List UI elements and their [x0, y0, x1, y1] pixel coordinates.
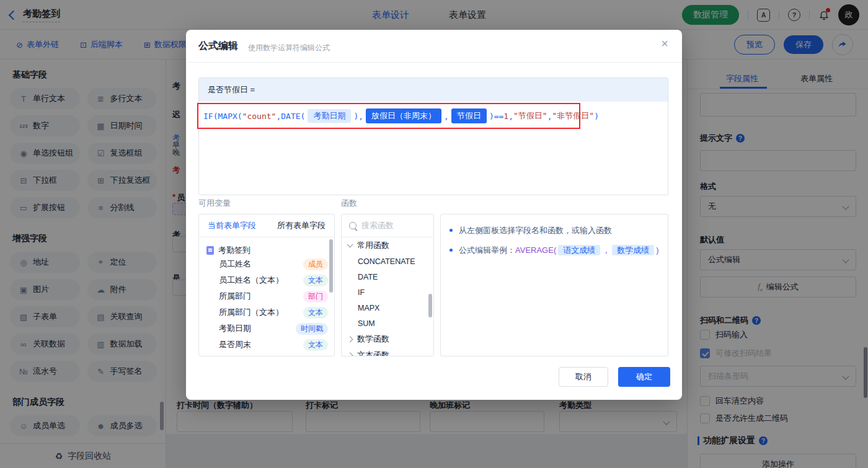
formula-expression[interactable]: IF(MAPX("count",DATE(考勤日期),放假日（非周末）,节假日)…: [197, 103, 580, 129]
tip-example-close: ): [656, 245, 658, 255]
variable-row[interactable]: 所属部门部门: [199, 288, 334, 304]
formula-function-token: ,: [444, 112, 449, 121]
variable-row[interactable]: 考勤日期时间戳: [199, 320, 334, 337]
function-item[interactable]: CONCATENATE: [342, 254, 433, 269]
function-item[interactable]: SUM: [342, 316, 433, 331]
formula-function-token: ,: [547, 112, 552, 121]
function-group-label: 常用函数: [357, 240, 389, 251]
function-group[interactable]: 常用函数: [342, 237, 433, 254]
search-icon: [349, 222, 356, 229]
field-chip-selected[interactable]: 放假日（非周末）: [366, 108, 441, 123]
formula-function-token: IF(MAPX(: [203, 112, 242, 121]
formula-function-token: ,: [508, 112, 513, 121]
variable-name: 员工姓名: [219, 258, 251, 270]
confirm-button[interactable]: 确定: [618, 367, 670, 387]
formula-editor-area[interactable]: 是否节假日 =: [198, 77, 668, 195]
variable-name: 考勤日期: [219, 323, 251, 334]
variable-type-badge: 文本: [303, 307, 328, 319]
tip-line-2: 公式编辑举例：AVERAGE(语文成绩，数学成绩): [450, 244, 659, 257]
tab-all-form-fields[interactable]: 所有表单字段: [277, 220, 326, 231]
bullet-icon: [450, 229, 453, 232]
formula-function-token: ): [594, 112, 599, 121]
field-chip[interactable]: 考勤日期: [308, 109, 351, 123]
search-placeholder: 搜索函数: [361, 220, 394, 231]
variable-name: 所属部门: [219, 291, 251, 302]
function-item[interactable]: IF: [342, 285, 433, 300]
function-item[interactable]: MAPX: [342, 300, 433, 316]
function-group-label: 数学函数: [357, 333, 389, 345]
tip-example-separator: ，: [602, 245, 610, 255]
formula-result-label: 是否节假日 =: [199, 78, 668, 102]
variable-row[interactable]: 员工姓名（文本）文本: [199, 272, 334, 288]
variable-type-badge: 部门: [303, 291, 328, 302]
app-window: 考勤签到 表单设计 表单设置 数据管理 A ? 政 ⊘表单外链⊡后端脚本⊞数据权…: [0, 0, 868, 468]
formula-string-token: "count": [242, 112, 277, 121]
variable-name: 所属部门（文本）: [219, 307, 283, 318]
variable-row[interactable]: 员工姓名成员: [199, 256, 334, 272]
function-group-label: 文本函数: [357, 350, 389, 356]
formula-function-token: ,DATE(: [276, 112, 305, 121]
tip-example-field-chip: 语文成绩: [558, 245, 600, 255]
formula-editor-modal: 公式编辑 使用数学运算符编辑公式 × 是否节假日 = IF(MAPX("coun…: [186, 30, 682, 400]
formula-tips-box: 从左侧面板选择字段名和函数，或输入函数 公式编辑举例：AVERAGE(语文成绩，…: [440, 214, 668, 356]
variable-type-badge: 文本: [303, 339, 328, 351]
field-chip-selected[interactable]: 节假日: [451, 108, 487, 123]
form-doc-icon: [206, 246, 214, 255]
variables-root-node[interactable]: 考勤签到: [199, 237, 334, 256]
variables-scrollbar[interactable]: [329, 239, 333, 293]
variable-name: 是否周末: [219, 339, 251, 350]
formula-number-token: 1: [503, 112, 508, 121]
formula-string-token: "非节假日": [552, 110, 595, 121]
modal-subtitle: 使用数学运算符编辑公式: [248, 43, 330, 53]
variable-row[interactable]: 是否周末文本: [199, 337, 334, 353]
chevron-down-icon: [347, 242, 353, 248]
variables-label: 可用变量: [198, 198, 231, 209]
variables-box: 当前表单字段 所有表单字段 考勤签到 员工姓名成员员工姓名（文本）文本所属部门部…: [198, 214, 335, 356]
function-group[interactable]: 数学函数: [342, 331, 433, 347]
formula-function-token: )==: [489, 112, 503, 121]
variable-type-badge: 成员: [303, 258, 328, 270]
bullet-icon: [450, 249, 453, 252]
variable-name: 员工姓名（文本）: [219, 275, 283, 286]
cancel-button[interactable]: 取消: [559, 367, 608, 387]
functions-label: 函数: [341, 198, 357, 209]
variable-type-badge: 文本: [303, 275, 328, 286]
chevron-right-icon: [347, 352, 353, 356]
tip-line-1: 从左侧面板选择字段名和函数，或输入函数: [450, 224, 659, 237]
function-search-input[interactable]: 搜索函数: [342, 214, 433, 237]
variable-type-badge: 时间戳: [296, 323, 328, 335]
close-icon[interactable]: ×: [661, 37, 668, 50]
function-group[interactable]: 文本函数: [342, 347, 433, 356]
divider: [186, 62, 682, 63]
tip-example-field-chip: 数学成绩: [612, 245, 654, 255]
functions-scrollbar[interactable]: [428, 294, 432, 317]
chevron-right-icon: [347, 336, 353, 342]
tip-example-prefix: 公式编辑举例：: [459, 245, 515, 255]
function-item[interactable]: DATE: [342, 269, 433, 285]
functions-box: 搜索函数 常用函数CONCATENATEDATEIFMAPXSUM数学函数文本函…: [341, 214, 434, 356]
tip-example-function: AVERAGE(: [515, 245, 556, 255]
variable-row[interactable]: 所属部门（文本）文本: [199, 304, 334, 320]
formula-string-token: "节假日": [513, 110, 547, 121]
tab-current-form-fields[interactable]: 当前表单字段: [208, 220, 256, 231]
formula-function-token: ),: [353, 112, 363, 121]
modal-title: 公式编辑: [198, 40, 238, 53]
